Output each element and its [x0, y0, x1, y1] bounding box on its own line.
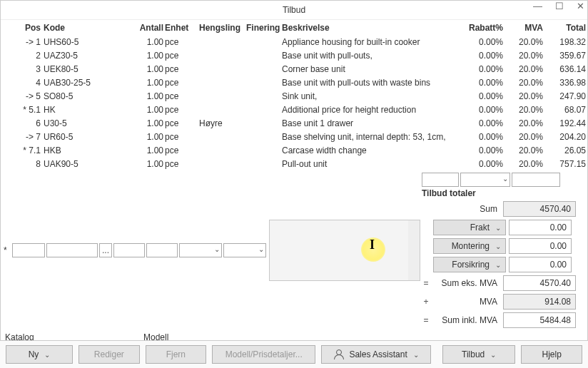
tilbud-button[interactable]: Tilbud⌄: [442, 345, 516, 364]
value-sum-eks[interactable]: 4570.40: [503, 275, 576, 291]
value-sum: 4570.40: [503, 201, 576, 217]
close-icon[interactable]: ✕: [577, 1, 584, 11]
sales-assistant-button[interactable]: Sales Assistant⌄: [321, 345, 431, 364]
filter-kode[interactable]: [46, 243, 98, 257]
chevron-down-icon: ⌄: [490, 351, 496, 359]
totals-title: Tilbud totaler: [422, 188, 577, 198]
cursor-highlight: [361, 237, 385, 262]
col-mva[interactable]: MVA: [503, 23, 543, 33]
text-cursor-icon: I: [370, 237, 375, 252]
chevron-down-icon: ⌄: [44, 351, 50, 359]
grid-header: Pos Kode Antall Enhet Hengsling Finering…: [1, 20, 588, 36]
window-title: Tilbud: [283, 5, 305, 15]
table-row[interactable]: 8UAK90-51.00pcePull-out unit0.00%20.0%75…: [1, 158, 588, 171]
filter-mva[interactable]: ⌄: [460, 173, 510, 187]
table-row[interactable]: 6U30-51.00pceHøyreBase unit 1 drawer0.00…: [1, 117, 588, 131]
filter-rabatt[interactable]: [422, 173, 459, 187]
col-heng[interactable]: Hengsling: [199, 23, 246, 33]
chevron-down-icon: ⌄: [495, 224, 501, 232]
table-row[interactable]: -> 7UR60-51.00pceBase shelving unit, int…: [1, 131, 588, 144]
maximize-icon[interactable]: ☐: [555, 1, 564, 11]
filter-heng[interactable]: ⌄: [179, 243, 222, 257]
filter-pos[interactable]: [12, 243, 45, 257]
forsikring-button[interactable]: Forsikring⌄: [433, 257, 506, 272]
label-mva: MVA: [433, 297, 500, 307]
filter-antall[interactable]: [113, 243, 145, 257]
modell-prisdetaljer-button[interactable]: Modell/Prisdetaljer...: [212, 345, 315, 364]
chevron-down-icon: ⌄: [495, 242, 501, 250]
filter-marker: *: [4, 245, 11, 255]
minimize-icon[interactable]: —: [533, 1, 542, 11]
filter-kode-more[interactable]: ...: [99, 243, 112, 257]
person-icon: [333, 349, 343, 359]
table-row[interactable]: 3UEK80-51.00pceCorner base unit0.00%20.0…: [1, 63, 588, 76]
col-rabatt[interactable]: Rabatt%: [462, 23, 503, 33]
col-fin[interactable]: Finering: [246, 23, 282, 33]
label-sum: Sum: [433, 204, 500, 214]
bottom-toolbar: Ny⌄ Rediger Fjern Modell/Prisdetaljer...…: [0, 340, 588, 368]
col-pos[interactable]: Pos: [5, 23, 44, 33]
filter-enhet[interactable]: [146, 243, 178, 257]
table-row[interactable]: * 5.1HK1.00pceAdditional price for heigh…: [1, 103, 588, 117]
chevron-down-icon: ⌄: [502, 175, 508, 183]
table-row[interactable]: 4UAB30-25-51.00pceBase unit with pull-ou…: [1, 76, 588, 90]
descbox-scrollbar[interactable]: [408, 220, 420, 280]
table-row[interactable]: -> 1UHS60-51.00pceAppliance housing for …: [1, 36, 588, 49]
filter-fin[interactable]: ⌄: [223, 243, 266, 257]
description-box[interactable]: I: [269, 220, 420, 281]
value-forsikring[interactable]: 0.00: [509, 257, 572, 272]
totals-panel: Tilbud totaler Sum4570.40 Frakt⌄0.00 Mon…: [422, 188, 577, 328]
chevron-down-icon: ⌄: [495, 261, 501, 269]
col-kode[interactable]: Kode: [44, 23, 126, 33]
quote-grid[interactable]: Pos Kode Antall Enhet Hengsling Finering…: [1, 20, 588, 171]
frakt-button[interactable]: Frakt⌄: [433, 220, 506, 235]
value-sum-inkl[interactable]: 5484.48: [503, 312, 576, 328]
titlebar: Tilbud — ☐ ✕: [1, 1, 587, 20]
fjern-button[interactable]: Fjern: [146, 345, 207, 364]
value-frakt[interactable]: 0.00: [509, 220, 572, 235]
col-antall[interactable]: Antall: [126, 23, 165, 33]
label-sum-eks: Sum eks. MVA: [433, 278, 500, 288]
label-sum-inkl: Sum inkl. MVA: [433, 315, 500, 325]
table-row[interactable]: -> 5SO80-51.00pceSink unit,0.00%20.0%247…: [1, 90, 588, 103]
chevron-down-icon: ⌄: [214, 245, 220, 253]
value-mva: 914.08: [503, 294, 576, 310]
chevron-down-icon: ⌄: [258, 245, 264, 253]
filter-total[interactable]: [512, 173, 560, 187]
value-montering[interactable]: 0.00: [509, 238, 572, 254]
col-enhet[interactable]: Enhet: [165, 23, 199, 33]
table-row[interactable]: * 7.1HKB1.00pceCarcase width change0.00%…: [1, 144, 588, 158]
hjelp-button[interactable]: Hjelp: [521, 345, 582, 364]
montering-button[interactable]: Montering⌄: [433, 238, 506, 254]
rediger-button[interactable]: Rediger: [78, 345, 140, 364]
filter-row: * ... ⌄ ⌄ I ⌄ Tilbud totaler Sum4570.40 …: [1, 171, 587, 329]
chevron-down-icon: ⌄: [413, 351, 419, 359]
ny-button[interactable]: Ny⌄: [6, 345, 73, 364]
table-row[interactable]: 2UAZ30-51.00pceBase unit with pull-outs,…: [1, 49, 588, 63]
col-besk[interactable]: Beskrivelse: [282, 23, 462, 33]
col-total[interactable]: Total: [543, 23, 586, 33]
